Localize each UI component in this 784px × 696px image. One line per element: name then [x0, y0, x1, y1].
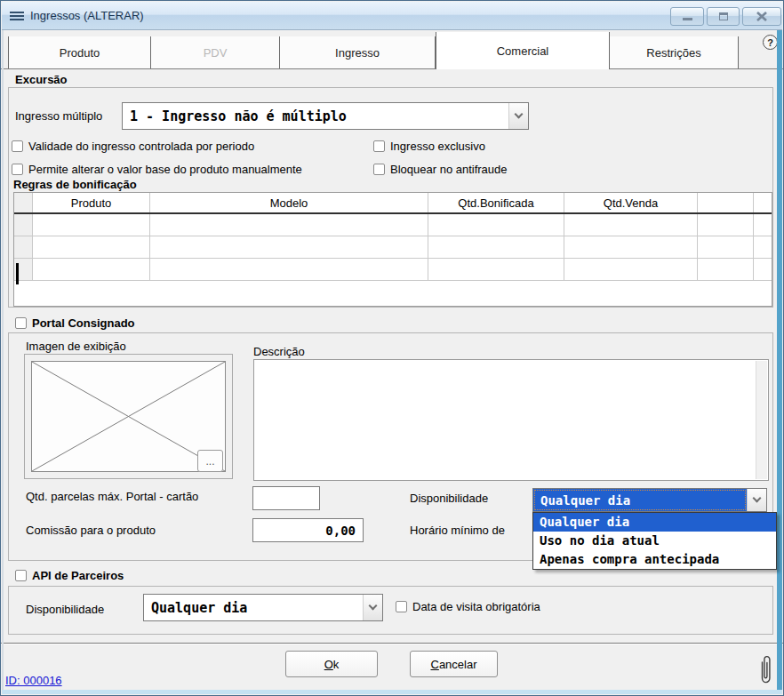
chevron-down-icon [515, 110, 524, 119]
disponibilidade-portal-label: Disponibilidade [410, 492, 488, 505]
help-icon[interactable]: ? [763, 35, 778, 50]
dropdown-option-qualquer-dia[interactable]: Qualquer dia [533, 513, 776, 532]
checkbox-data-visita[interactable]: Data de visita obrigatória [396, 600, 540, 613]
paperclip-icon[interactable] [758, 652, 772, 688]
table-cell[interactable] [428, 236, 564, 258]
minimize-icon [683, 18, 692, 20]
record-id-link[interactable]: ID: 000016 [5, 674, 62, 687]
api-groupbox [8, 586, 773, 635]
close-button[interactable] [742, 7, 781, 26]
tab-pdv[interactable]: PDV [151, 36, 280, 68]
checkbox-box [373, 140, 385, 152]
disponibilidade-api-label: Disponibilidade [26, 603, 104, 616]
disponibilidade-portal-select[interactable]: Qualquer dia [532, 488, 767, 512]
hamburger-menu-icon[interactable] [10, 12, 24, 21]
checkbox-api-parceiros[interactable]: API de Parceiros [15, 569, 124, 582]
tab-label: Ingresso [335, 46, 380, 60]
scrollbar-track[interactable] [756, 361, 767, 479]
bonus-rules-title: Regras de bonificação [13, 178, 137, 191]
column-header-qtd-bonificada: Qtd.Bonificada [428, 193, 564, 212]
table-cell[interactable] [33, 214, 150, 236]
combo-dropdown-button[interactable] [747, 489, 766, 511]
descricao-textarea[interactable] [253, 359, 769, 481]
table-cell[interactable] [698, 214, 754, 236]
tab-comercial[interactable]: Comercial [436, 32, 610, 69]
tab-ingresso[interactable]: Ingresso [280, 36, 436, 68]
checkbox-label: API de Parceiros [32, 569, 124, 582]
table-cell[interactable] [428, 214, 564, 236]
window-right-border [777, 30, 782, 691]
cancel-button-label: Cancelar [430, 658, 476, 671]
window-bottom-border [2, 690, 782, 694]
table-cell[interactable] [33, 259, 150, 280]
disponibilidade-api-select[interactable]: Qualquer dia [143, 594, 383, 621]
table-cell[interactable] [564, 236, 698, 258]
column-header-filler [754, 193, 772, 212]
row-selector[interactable] [14, 236, 33, 258]
table-cell[interactable] [698, 236, 754, 258]
checkbox-bloquear-antifraude[interactable]: Bloquear no antifraude [373, 163, 508, 176]
combo-dropdown-button[interactable] [363, 595, 382, 620]
table-row[interactable] [14, 236, 772, 259]
table-cell[interactable] [754, 236, 772, 258]
footer-separator [1, 643, 783, 644]
tab-produto[interactable]: Produto [8, 36, 151, 68]
tab-label: Produto [60, 46, 100, 60]
table-cell[interactable] [428, 259, 564, 280]
comissao-input[interactable]: 0,00 [252, 518, 364, 542]
horario-minimo-label: Horário mínimo de [410, 524, 505, 537]
x-cross-icon [32, 362, 225, 471]
text-cursor [16, 263, 19, 284]
checkbox-label: Bloquear no antifraude [390, 163, 508, 176]
tabbar-baseline [1, 68, 783, 69]
checkbox-label: Data de visita obrigatória [412, 600, 540, 613]
column-header-modelo: Modelo [150, 193, 428, 212]
table-cell[interactable] [33, 236, 150, 258]
tab-label: Restrições [646, 46, 700, 60]
disponibilidade-dropdown-list: Qualquer dia Uso no dia atual Apenas com… [532, 512, 777, 570]
ingresso-multiplo-select[interactable]: 1 - Ingresso não é múltiplo [122, 102, 529, 130]
minimize-button[interactable] [670, 7, 704, 26]
table-cell[interactable] [754, 259, 772, 280]
table-row[interactable] [14, 214, 772, 236]
excursao-group-title: Excursão [15, 73, 68, 86]
window-title: Ingressos (ALTERAR) [30, 9, 144, 22]
dropdown-option-uso-dia-atual[interactable]: Uso no dia atual [533, 532, 776, 550]
table-cell[interactable] [150, 259, 428, 280]
cancel-button[interactable]: Cancelar [410, 651, 498, 677]
comissao-value: 0,00 [325, 524, 356, 538]
descricao-label: Descrição [253, 345, 305, 358]
column-header-extra [698, 193, 754, 212]
browse-image-button[interactable]: ... [197, 450, 223, 472]
dialog-window: Ingressos (ALTERAR) Produto PDV Ingresso… [0, 0, 784, 696]
table-cell[interactable] [564, 214, 698, 236]
combo-dropdown-button[interactable] [508, 103, 528, 129]
table-row[interactable] [14, 259, 772, 281]
checkbox-portal-consignado[interactable]: Portal Consignado [15, 316, 135, 330]
ingresso-multiplo-value: 1 - Ingresso não é múltiplo [123, 103, 508, 129]
checkbox-ingresso-exclusivo[interactable]: Ingresso exclusivo [373, 140, 485, 153]
checkbox-box [373, 164, 385, 175]
chevron-down-icon [369, 602, 378, 611]
bonus-rules-table: Produto Modelo Qtd.Bonificada Qtd.Venda [13, 192, 772, 307]
dropdown-option-compra-antecipada[interactable]: Apenas compra antecipada [533, 550, 776, 569]
table-header-row: Produto Modelo Qtd.Bonificada Qtd.Venda [14, 193, 772, 214]
tab-restricoes[interactable]: Restrições [610, 36, 739, 68]
qtd-parcelas-input[interactable] [252, 486, 320, 510]
window-left-border [2, 30, 4, 691]
image-preview-frame[interactable]: ... [24, 354, 233, 479]
column-header-qtd-venda: Qtd.Venda [564, 193, 698, 212]
table-cell[interactable] [150, 236, 428, 258]
table-cell[interactable] [564, 259, 698, 280]
ok-button[interactable]: Ok [285, 651, 378, 677]
table-cell[interactable] [754, 214, 772, 236]
table-cell[interactable] [150, 214, 428, 236]
ok-button-label: Ok [324, 658, 340, 671]
table-cell[interactable] [698, 259, 754, 280]
checkbox-permite-alterar-valor[interactable]: Permite alterar o valor base do produto … [12, 163, 302, 176]
maximize-icon [719, 12, 728, 20]
tab-label: Comercial [497, 44, 549, 58]
checkbox-validade-periodo[interactable]: Validade do ingresso controlada por peri… [12, 140, 254, 153]
maximize-button[interactable] [707, 7, 740, 26]
row-selector[interactable] [14, 214, 33, 236]
